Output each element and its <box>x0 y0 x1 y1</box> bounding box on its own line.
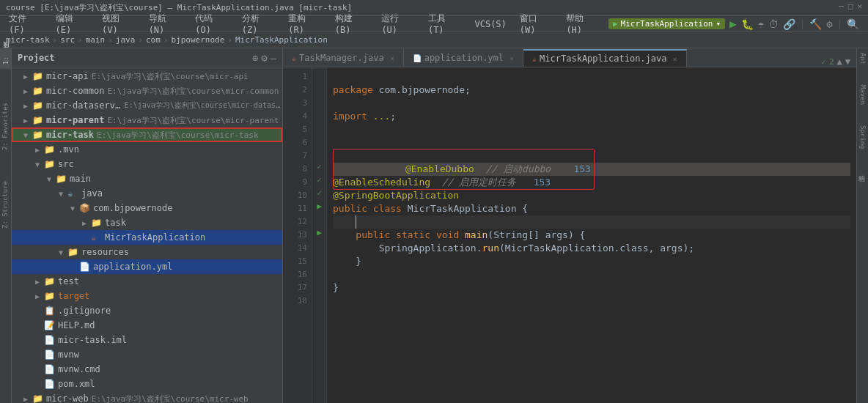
tab-close-micrtask[interactable]: ✕ <box>672 55 677 63</box>
minimize-btn[interactable]: ─ <box>839 1 844 11</box>
tree-item-micr-web[interactable]: ▶ 📁 micr-web E:\java学习\盗利宝\course\micr-w… <box>12 391 282 403</box>
line-numbers: 1 2 3 4 5 6 7 8 9 10 11 12 13 14 15 16 1… <box>283 67 312 403</box>
tree-item-main[interactable]: ▼ 📁 main <box>12 171 282 186</box>
menu-run[interactable]: 运行(U) <box>375 11 421 37</box>
tree-item-pomxml[interactable]: ▶ 📄 pom.xml <box>12 377 282 391</box>
settings-icon[interactable]: ⚙ <box>261 52 267 64</box>
left-tab-structure[interactable]: Z: Structure <box>0 177 11 233</box>
expand-icon[interactable]: ▲ <box>837 56 842 67</box>
tree-item-micr-dataservice[interactable]: ▶ 📁 micr-dataservice E:\java学习\盗利宝\cours… <box>12 98 282 113</box>
code-editor[interactable]: 1 2 3 4 5 6 7 8 9 10 11 12 13 14 15 16 1… <box>283 67 856 403</box>
code-content[interactable]: package com.bjpowernode; import ...; <box>327 67 856 403</box>
tree-item-task[interactable]: ▶ 📁 task <box>12 215 282 230</box>
menu-view[interactable]: 视图(V) <box>96 11 141 37</box>
right-tab-spring[interactable]: Spring <box>857 121 868 154</box>
left-tab-project[interactable]: 1: 项目 <box>0 48 11 69</box>
menu-window[interactable]: 窗口(W) <box>514 11 559 37</box>
sdk-button[interactable]: ⚙ <box>826 18 832 30</box>
code-line-3 <box>333 97 850 110</box>
left-tab-favorites[interactable]: 2: Favorites <box>0 98 11 155</box>
tree-label: resources <box>81 247 129 257</box>
xml-icon: 📄 <box>44 379 56 389</box>
menu-refactor[interactable]: 重构(R) <box>282 11 328 37</box>
tree-label: test <box>58 276 79 286</box>
maximize-btn[interactable]: □ <box>848 1 853 11</box>
tree-item-mvnwcmd[interactable]: ▶ 📄 mvnw.cmd <box>12 362 282 377</box>
menu-tools[interactable]: 工具(T) <box>422 11 468 37</box>
breadcrumb-item-java[interactable]: java <box>116 35 136 45</box>
tab-taskmanager[interactable]: ☕ TaskManager.java ✕ <box>283 49 404 67</box>
tree-item-micr-api[interactable]: ▶ 📁 micr-api E:\java学习\盗利宝\course\micr-a… <box>12 69 282 84</box>
coverage-button[interactable]: ☂ <box>758 18 764 30</box>
menu-vcs[interactable]: VCS(S) <box>468 18 512 31</box>
tree-item-micr-parent[interactable]: ▶ 📁 micr-parent E:\java学习\盗利宝\course\mic… <box>12 113 282 127</box>
gutter-check-8[interactable]: ✓ <box>317 162 322 171</box>
code-line-17: } <box>333 281 850 295</box>
menu-help[interactable]: 帮助(H) <box>560 11 606 37</box>
right-tab-maven[interactable]: Maven <box>857 81 868 109</box>
tree-item-micrtaskapplication[interactable]: ▶ ☕ MicrTaskApplication <box>12 230 282 245</box>
breadcrumb-item-bjpowernode[interactable]: bjpowernode <box>171 35 224 45</box>
search-everywhere-button[interactable]: 🔍 <box>847 18 859 30</box>
menu-build[interactable]: 构建(B) <box>329 11 375 37</box>
right-tab-structure[interactable]: 结构 <box>857 166 868 174</box>
gutter-run-11[interactable]: ▶ <box>317 202 322 211</box>
expand-arrow: ▼ <box>47 175 56 183</box>
right-tab-ant[interactable]: Ant <box>857 48 868 69</box>
gutter-run-13[interactable]: ▶ <box>317 228 322 237</box>
menu-edit[interactable]: 编辑(E) <box>50 11 95 37</box>
code-line-13: public static void main(String[] args) { <box>333 229 850 242</box>
yml-file-icon: 📄 <box>79 262 91 272</box>
breadcrumb-item-com[interactable]: com <box>146 35 161 45</box>
tree-item-java[interactable]: ▼ ☕ java <box>12 186 282 201</box>
tree-item-application-yml[interactable]: ▶ 📄 application.yml <box>12 259 282 274</box>
tree-item-mvnw[interactable]: ▶ 📄 mvnw <box>12 347 282 362</box>
tree-item-micr-common[interactable]: ▶ 📁 micr-common E:\java学习\盗利宝\course\mic… <box>12 84 282 98</box>
breadcrumb-item-micrtask[interactable]: micr-task <box>6 35 50 45</box>
tree-item-micr-task[interactable]: ▼ 📁 micr-task E:\java学习\盗利宝\course\micr-… <box>12 127 282 142</box>
tab-label: application.yml <box>424 53 504 63</box>
menu-code[interactable]: 代码(O) <box>189 11 235 37</box>
breadcrumb-item-src[interactable]: src <box>60 35 75 45</box>
tree-item-resources[interactable]: ▼ 📁 resources <box>12 245 282 259</box>
editor-area: ☕ TaskManager.java ✕ 📄 application.yml ✕… <box>283 48 856 403</box>
gutter-check-9[interactable]: ✓ <box>317 175 322 185</box>
tree-item-gitignore[interactable]: ▶ 📋 .gitignore <box>12 303 282 318</box>
gutter-check-10[interactable]: ✓ <box>317 188 322 198</box>
run-button[interactable]: ▶ <box>729 17 737 31</box>
git-icon: 📋 <box>44 306 56 316</box>
menu-analyze[interactable]: 分析(Z) <box>236 11 282 37</box>
breadcrumb-item-main[interactable]: main <box>86 35 106 45</box>
collapse-icon[interactable]: — <box>271 52 276 64</box>
tab-close-taskmanager[interactable]: ✕ <box>390 54 394 62</box>
collapse-all-icon[interactable]: ▼ <box>845 56 850 67</box>
tab-micrtask[interactable]: ☕ MicrTaskApplication.java ✕ <box>523 49 686 67</box>
tree-label: pom.xml <box>58 379 95 389</box>
menu-file[interactable]: 文件(F) <box>3 11 48 37</box>
tree-item-src[interactable]: ▼ 📁 src <box>12 157 282 171</box>
tree-item-iml[interactable]: ▶ 📄 micr-task.iml <box>12 333 282 347</box>
tree-item-package[interactable]: ▼ 📦 com.bjpowernode <box>12 201 282 215</box>
debug-button[interactable]: 🐛 <box>741 18 754 30</box>
tab-close-application[interactable]: ✕ <box>510 54 514 62</box>
code-line-4: import ...; <box>333 110 850 123</box>
menu-bar: 文件(F) 编辑(E) 视图(V) 导航(N) 代码(O) 分析(Z) 重构(R… <box>0 16 868 32</box>
add-icon[interactable]: ⊕ <box>252 52 258 64</box>
tree-item-helpmd[interactable]: ▶ 📝 HELP.md <box>12 318 282 333</box>
profile-button[interactable]: ⏱ <box>768 18 779 30</box>
code-line-12 <box>333 215 850 229</box>
run-config-label: MicrTaskApplication <box>621 19 713 29</box>
tab-application-yml[interactable]: 📄 application.yml ✕ <box>404 49 523 67</box>
run-config-select[interactable]: ▶ MicrTaskApplication ▾ <box>608 18 725 29</box>
menu-navigate[interactable]: 导航(N) <box>143 11 188 37</box>
tree-item-test[interactable]: ▶ 📁 test <box>12 274 282 289</box>
breadcrumb-item-class[interactable]: MicrTaskApplication <box>235 35 328 45</box>
tree-label: application.yml <box>93 262 172 272</box>
java-file-icon: ☕ <box>91 232 103 243</box>
folder-icon: 📁 <box>44 159 56 169</box>
tree-item-mvn[interactable]: ▶ 📁 .mvn <box>12 142 282 157</box>
build-button[interactable]: 🔨 <box>809 18 822 30</box>
tree-item-target[interactable]: ▶ 📁 target <box>12 289 282 303</box>
attach-button[interactable]: 🔗 <box>783 18 795 30</box>
close-btn[interactable]: ✕ <box>857 1 862 11</box>
